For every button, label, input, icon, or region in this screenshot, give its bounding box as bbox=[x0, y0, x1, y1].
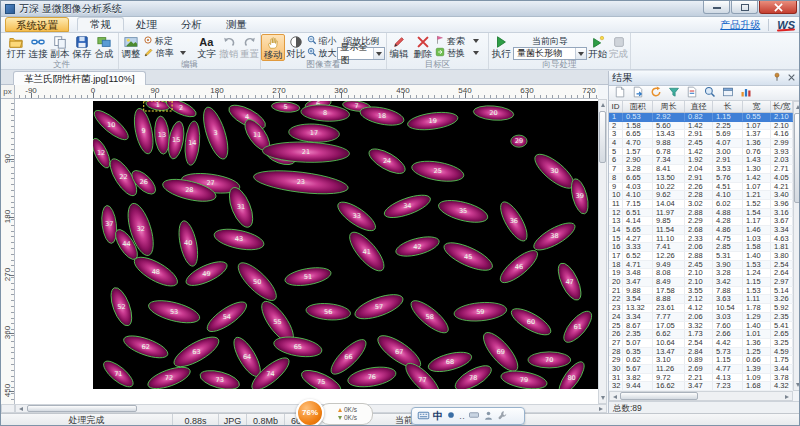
table-cell[interactable]: 14.04 bbox=[653, 200, 685, 208]
scroll-thumb[interactable] bbox=[599, 111, 606, 163]
table-cell[interactable]: 17 bbox=[609, 252, 623, 260]
table-cell[interactable]: 2.45 bbox=[685, 139, 713, 147]
scroll-right-arrow[interactable] bbox=[599, 407, 603, 411]
table-cell[interactable]: 23 bbox=[609, 304, 623, 312]
target-delete-button[interactable]: 删除 bbox=[411, 34, 435, 59]
table-cell[interactable]: 1.36 bbox=[743, 339, 771, 347]
table-row[interactable]: 21.585.601.422.251.072.10 bbox=[609, 122, 793, 131]
table-cell[interactable]: 1.92 bbox=[685, 156, 713, 164]
table-row[interactable]: 73.288.412.043.531.302.71 bbox=[609, 165, 793, 174]
scroll-right-arrow[interactable] bbox=[785, 395, 789, 399]
table-cell[interactable]: 2.10 bbox=[685, 269, 713, 277]
table-cell[interactable]: 0.76 bbox=[743, 148, 771, 156]
table-cell[interactable]: 6 bbox=[609, 156, 623, 164]
table-cell[interactable]: 4.75 bbox=[713, 235, 743, 243]
table-cell[interactable]: 2.04 bbox=[685, 165, 713, 173]
table-cell[interactable]: 5.31 bbox=[713, 252, 743, 260]
panel-close-button[interactable] bbox=[784, 72, 798, 85]
table-cell[interactable]: 2.33 bbox=[685, 235, 713, 243]
table-cell[interactable]: 2.28 bbox=[685, 191, 713, 199]
scroll-down-arrow[interactable] bbox=[601, 396, 605, 400]
scroll-up-arrow[interactable] bbox=[796, 105, 800, 109]
image-canvas[interactable]: 1234567891011121314151617181920212223242… bbox=[15, 99, 598, 404]
system-settings-button[interactable]: 系统设置 bbox=[5, 17, 69, 32]
table-cell[interactable]: 4.10 bbox=[713, 191, 743, 199]
table-cell[interactable]: 2.06 bbox=[685, 243, 713, 251]
table-cell[interactable]: 4.59 bbox=[771, 348, 793, 356]
table-cell[interactable]: 11.26 bbox=[653, 365, 685, 373]
table-cell[interactable]: 17.05 bbox=[653, 322, 685, 330]
table-cell[interactable]: 9.88 bbox=[653, 139, 685, 147]
file-button-open[interactable]: 打开 bbox=[5, 34, 27, 59]
table-cell[interactable]: 8.88 bbox=[653, 295, 685, 303]
table-cell[interactable]: 10 bbox=[609, 191, 623, 199]
specimen-image[interactable]: 1234567891011121314151617181920212223242… bbox=[93, 101, 598, 389]
calibrate-button[interactable]: 标定 bbox=[143, 35, 195, 47]
table-cell[interactable]: 8 bbox=[609, 174, 623, 182]
table-cell[interactable]: 6.78 bbox=[653, 148, 685, 156]
table-cell[interactable]: 3.47 bbox=[623, 278, 653, 286]
table-cell[interactable]: 3.48 bbox=[623, 269, 653, 277]
table-cell[interactable]: 2.10 bbox=[685, 278, 713, 286]
table-cell[interactable]: 5.14 bbox=[771, 287, 793, 295]
table-cell[interactable]: 3.44 bbox=[771, 365, 793, 373]
table-cell[interactable]: 5.67 bbox=[623, 365, 653, 373]
table-cell[interactable]: 2.71 bbox=[771, 165, 793, 173]
scroll-thumb[interactable] bbox=[794, 113, 800, 203]
table-cell[interactable]: 4.10 bbox=[623, 191, 653, 199]
table-cell[interactable]: 18 bbox=[609, 261, 623, 269]
table-cell[interactable]: 3.10 bbox=[653, 356, 685, 364]
file-button-save[interactable]: 保存 bbox=[71, 34, 93, 59]
table-cell[interactable]: 3.02 bbox=[685, 200, 713, 208]
window-button[interactable] bbox=[721, 87, 735, 100]
table-cell[interactable]: 4.70 bbox=[623, 139, 653, 147]
table-cell[interactable]: 5.92 bbox=[771, 304, 793, 312]
ribbon-tab[interactable]: 处理 bbox=[124, 18, 169, 30]
table-row[interactable]: 258.6717.053.327.601.405.41 bbox=[609, 322, 793, 331]
column-header[interactable]: 长 bbox=[713, 101, 743, 112]
table-cell[interactable]: 6.02 bbox=[713, 200, 743, 208]
table-cell[interactable]: 2.35 bbox=[623, 330, 653, 338]
memory-ball[interactable]: 76% bbox=[296, 399, 324, 426]
save-button[interactable] bbox=[613, 87, 627, 100]
table-cell[interactable]: 1.25 bbox=[743, 348, 771, 356]
chart-button[interactable] bbox=[739, 87, 753, 100]
table-cell[interactable]: 13.50 bbox=[653, 174, 685, 182]
table-cell[interactable]: 2.21 bbox=[685, 374, 713, 382]
table-cell[interactable]: 22 bbox=[609, 295, 623, 303]
table-cell[interactable]: 1.54 bbox=[743, 209, 771, 217]
table-cell[interactable]: 4.14 bbox=[623, 217, 653, 225]
table-row[interactable]: 184.719.492.453.901.532.54 bbox=[609, 261, 793, 270]
table-cell[interactable]: 3.90 bbox=[713, 261, 743, 269]
table-row[interactable]: 62.907.341.922.911.432.03 bbox=[609, 156, 793, 165]
table-cell[interactable]: 0.62 bbox=[623, 356, 653, 364]
table-row[interactable]: 10.532.920.821.150.552.10 bbox=[609, 113, 793, 122]
table-cell[interactable]: 4.07 bbox=[713, 139, 743, 147]
table-cell[interactable]: 3.67 bbox=[771, 217, 793, 225]
table-cell[interactable]: 1.53 bbox=[743, 287, 771, 295]
language-bar[interactable]: 中 ‥ bbox=[411, 407, 525, 425]
table-cell[interactable]: 6.35 bbox=[623, 348, 653, 356]
table-cell[interactable]: 9.44 bbox=[623, 382, 653, 390]
table-cell[interactable]: 5.41 bbox=[771, 322, 793, 330]
table-cell[interactable]: 4.03 bbox=[623, 183, 653, 191]
table-cell[interactable]: 2.03 bbox=[771, 156, 793, 164]
table-cell[interactable]: 6.62 bbox=[653, 330, 685, 338]
table-cell[interactable]: 1.40 bbox=[743, 322, 771, 330]
table-row[interactable]: 313.829.722.214.131.093.78 bbox=[609, 374, 793, 383]
table-cell[interactable]: 25 bbox=[609, 322, 623, 330]
table-row[interactable]: 290.623.100.891.150.661.75 bbox=[609, 356, 793, 365]
table-cell[interactable]: 1.57 bbox=[623, 148, 653, 156]
table-cell[interactable]: 9.49 bbox=[653, 261, 685, 269]
language-indicator[interactable]: 中 bbox=[433, 408, 443, 424]
table-cell[interactable]: 27 bbox=[609, 339, 623, 347]
table-cell[interactable]: 2.54 bbox=[685, 339, 713, 347]
table-cell[interactable]: 3.55 bbox=[685, 287, 713, 295]
table-cell[interactable]: 11 bbox=[609, 200, 623, 208]
ribbon-tab[interactable]: 测量 bbox=[214, 18, 259, 30]
table-cell[interactable]: 5 bbox=[609, 148, 623, 156]
text-button[interactable]: Aa 文字 bbox=[194, 34, 218, 59]
table-cell[interactable]: 4.16 bbox=[771, 130, 793, 138]
table-cell[interactable]: 3.54 bbox=[623, 295, 653, 303]
table-cell[interactable]: 4.32 bbox=[771, 382, 793, 390]
